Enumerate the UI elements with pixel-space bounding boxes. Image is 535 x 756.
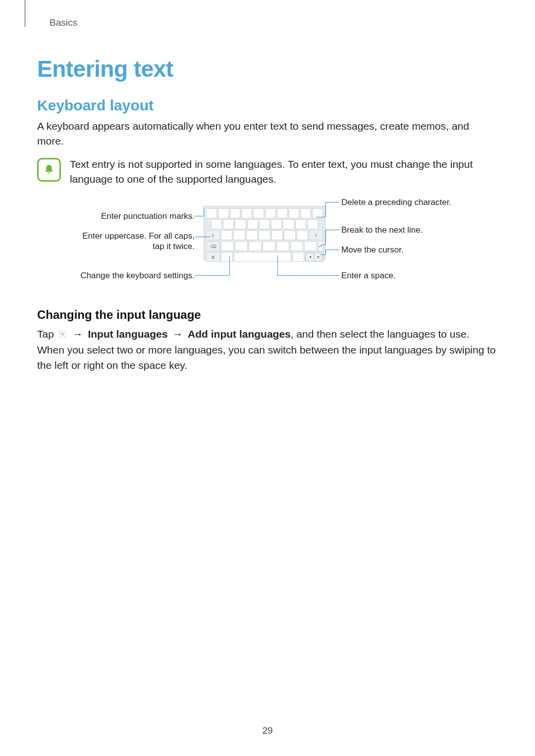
symbol-key [221,252,233,262]
enter-key: ↵ [318,241,323,251]
callout-settings: Change the keyboard settings. [80,270,195,281]
shift-key-left: ⇧ [206,230,220,240]
keyboard-illustration: ⇧ ⇧ ⌫ ↵ ⚙ . ◂▸ [204,206,325,260]
keyboard-diagram: ⇧ ⇧ ⌫ ↵ ⚙ . ◂▸ [37,197,498,296]
keyboard-layout-description: A keyboard appears automatically when yo… [37,119,498,149]
bell-icon [37,158,61,182]
cursor-keys: ◂▸ [305,252,323,262]
callout-delete: Delete a preceding character. [341,197,451,207]
section-changing-language: Changing the input language [37,308,498,322]
page-number: 29 [0,725,535,736]
breadcrumb: Basics [50,17,498,28]
period-key: . [292,252,304,262]
gear-icon [58,328,67,343]
callout-space: Enter a space. [341,270,396,281]
shift-key-right: ⇧ [309,230,323,240]
note-text: Text entry is not supported in some lang… [70,157,498,187]
section-keyboard-layout: Keyboard layout [37,97,498,114]
backspace-key: ⌫ [206,241,220,251]
page-title: Entering text [37,55,498,82]
callout-nextline: Break to the next line. [341,225,423,235]
changing-language-body: Tap → Input languages → Add input langua… [37,327,498,373]
note-block: Text entry is not supported in some lang… [37,157,498,187]
callout-uppercase: Enter uppercase. For all caps, tap it tw… [82,231,195,252]
header-rule [25,0,25,27]
space-key [234,252,291,262]
callout-punctuation: Enter punctuation marks. [101,211,195,221]
svg-point-0 [61,333,63,336]
settings-key: ⚙ [206,252,220,262]
callout-cursor: Move the cursor. [341,245,404,255]
